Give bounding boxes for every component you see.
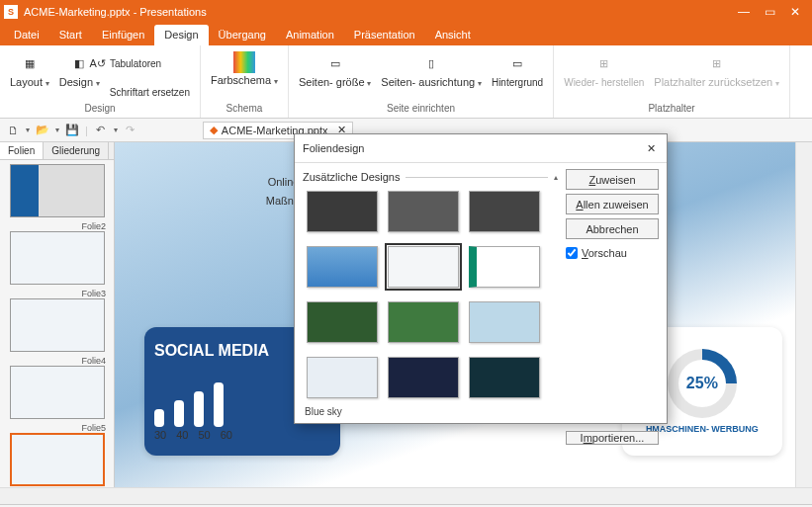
design-button[interactable]: ◧Design ▾ (55, 49, 104, 91)
page-size-button[interactable]: ▭Seiten- größe ▾ (295, 49, 375, 91)
menu-bar: Datei Start Einfügen Design Übergang Ani… (0, 24, 812, 45)
theme-thumb-0[interactable] (307, 191, 378, 232)
ribbon-group-page: ▭Seiten- größe ▾ ▯Seiten- ausrichtung ▾ … (289, 45, 554, 118)
reset-placeholder-button: ⊞Platzhalter zurücksetzen ▾ (650, 49, 783, 91)
app-icon: S (4, 5, 18, 19)
new-doc-icon[interactable]: 🗋 (4, 122, 22, 139)
title-bar: S ACME-Marketing.pptx - Presentations — … (0, 0, 812, 24)
assign-all-button[interactable]: Allen zuweisen (566, 194, 659, 214)
theme-thumb-7[interactable] (388, 301, 459, 343)
import-button[interactable]: Importieren... (566, 431, 659, 445)
tab-folien[interactable]: Folien (0, 142, 44, 159)
dialog-titlebar: Foliendesign ✕ (295, 134, 667, 163)
donut-chart: 25% (668, 349, 737, 418)
slide-thumb-1[interactable] (4, 164, 110, 217)
background-button[interactable]: ▭Hintergrund (488, 49, 547, 90)
tab-gliederung[interactable]: Gliederung (44, 142, 109, 159)
side-tabs: Folien Gliederung (0, 142, 114, 160)
open-icon[interactable]: 📂 (34, 122, 51, 139)
theme-thumb-1[interactable] (388, 191, 459, 232)
menu-einfuegen[interactable]: Einfügen (92, 25, 154, 45)
ribbon-group-label: Seite einrichten (387, 101, 455, 116)
slide-thumb-4[interactable]: Folie4 (4, 356, 110, 419)
minimize-button[interactable]: — (731, 2, 757, 22)
theme-thumb-8[interactable] (469, 301, 540, 343)
dialog-section-label: Zusätzliche Designs (303, 171, 400, 183)
slide-thumb-2[interactable]: Folie2 (4, 221, 110, 285)
thumbnails: Folie2 Folie3 Folie4 Folie5 (0, 160, 114, 487)
theme-grid (303, 187, 558, 402)
bar-chart (154, 368, 224, 427)
selected-theme-name: Blue sky (303, 402, 558, 421)
ribbon-group-design: ▦Layout ▾ ◧Design ▾ A↺ TabulatorenSchrif… (0, 45, 201, 118)
foliendesign-dialog: Foliendesign ✕ Zusätzliche Designs▴ Blue… (294, 133, 668, 424)
section-collapse-icon[interactable]: ▴ (554, 173, 558, 182)
menu-design[interactable]: Design (154, 25, 208, 45)
ribbon-group-label: Platzhalter (648, 101, 694, 116)
dialog-title: Foliendesign (303, 142, 643, 154)
theme-thumb-4[interactable] (388, 246, 459, 288)
theme-thumb-3[interactable] (307, 246, 378, 288)
layout-button[interactable]: ▦Layout ▾ (6, 49, 53, 91)
undo-icon[interactable]: ↶ (92, 122, 110, 139)
ribbon: ▦Layout ▾ ◧Design ▾ A↺ TabulatorenSchrif… (0, 45, 812, 119)
ribbon-group-placeholder: ⊞Wieder- herstellen ⊞Platzhalter zurücks… (554, 45, 790, 118)
slide-panel: Folien Gliederung Folie2 Folie3 Folie4 F… (0, 142, 115, 487)
theme-thumb-9[interactable] (307, 357, 378, 398)
menu-ansicht[interactable]: Ansicht (425, 25, 481, 45)
card-title: SOCIAL MEDIA (154, 342, 269, 360)
theme-thumb-6[interactable] (307, 301, 378, 343)
window-title: ACME-Marketing.pptx - Presentations (24, 6, 731, 18)
cancel-button[interactable]: Abbrechen (566, 218, 659, 239)
menu-uebergang[interactable]: Übergang (209, 25, 276, 45)
menu-praesentation[interactable]: Präsentation (344, 25, 425, 45)
horizontal-scrollbar[interactable] (0, 487, 812, 504)
theme-thumb-5[interactable] (469, 246, 540, 288)
menu-animation[interactable]: Animation (276, 25, 344, 45)
ribbon-group-schema: Farbschema ▾ Schema (201, 45, 289, 118)
restore-placeholder-button: ⊞Wieder- herstellen (560, 49, 648, 90)
page-orientation-button[interactable]: ▯Seiten- ausrichtung ▾ (377, 49, 486, 91)
maximize-button[interactable]: ▭ (757, 2, 782, 22)
redo-icon[interactable]: ↷ (122, 122, 139, 139)
ribbon-group-label: Schema (226, 101, 263, 116)
slide-thumb-3[interactable]: Folie3 (4, 289, 110, 352)
replace-fonts-button[interactable]: A↺ TabulatorenSchriftart ersetzen (106, 49, 194, 100)
menu-start[interactable]: Start (49, 25, 92, 45)
close-button[interactable]: ✕ (782, 2, 808, 22)
slide-thumb-5[interactable]: Folie5 (4, 423, 110, 486)
vertical-scrollbar[interactable] (795, 142, 812, 487)
theme-thumb-11[interactable] (469, 357, 540, 398)
dialog-close-icon[interactable]: ✕ (643, 140, 659, 156)
theme-thumb-2[interactable] (469, 191, 540, 232)
preview-checkbox[interactable]: Vorschau (566, 247, 659, 259)
doc-icon: ◆ (210, 124, 218, 136)
assign-button[interactable]: Zuweisen (566, 169, 659, 190)
ribbon-group-label: Design (84, 101, 115, 116)
theme-thumb-10[interactable] (388, 357, 459, 398)
color-scheme-button[interactable]: Farbschema ▾ (207, 49, 282, 89)
save-icon[interactable]: 💾 (63, 122, 81, 139)
menu-datei[interactable]: Datei (4, 25, 49, 45)
